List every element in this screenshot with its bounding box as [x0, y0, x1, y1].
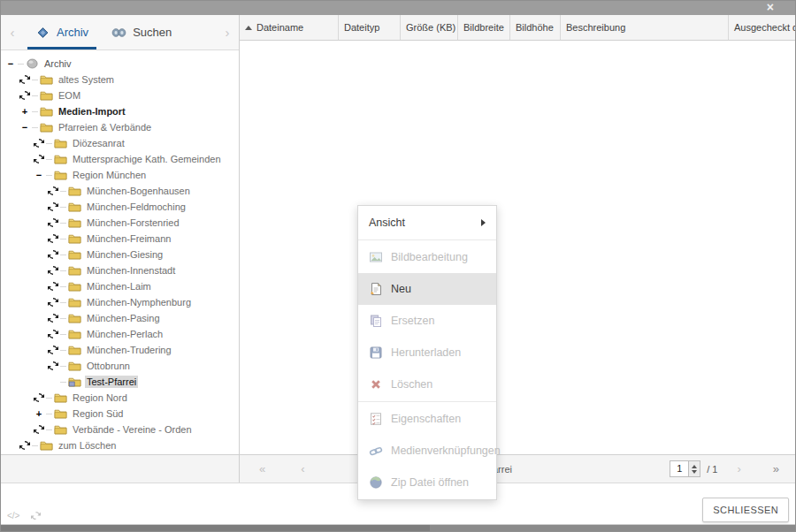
tree-item-m-nchen-freimann[interactable]: München-Freimann	[1, 231, 239, 247]
folder-icon	[40, 74, 53, 85]
spinner-up-icon[interactable]	[692, 465, 697, 468]
tree-refresh-icon[interactable]	[48, 217, 58, 228]
menu-item-ansicht[interactable]: Ansicht	[358, 207, 496, 239]
tree-item-label: München-Bogenhausen	[85, 185, 192, 197]
tree-collapse-icon[interactable]: −	[5, 58, 16, 69]
folder-icon	[68, 186, 81, 196]
tree-item-m-nchen-forstenried[interactable]: München-Forstenried	[1, 215, 239, 231]
tree-item-muttersprachige-kath-gemeinden[interactable]: Muttersprachige Kath. Gemeinden	[1, 151, 239, 167]
media-archive-dialog: × ‹ Archiv	[0, 0, 796, 532]
tree-refresh-icon[interactable]	[34, 424, 44, 435]
tree-refresh-icon[interactable]	[19, 440, 30, 451]
column-header-dateityp[interactable]: Dateityp	[339, 15, 401, 40]
search-tab-icon	[111, 27, 126, 39]
tab-archiv[interactable]: Archiv	[24, 15, 100, 49]
last-page-icon[interactable]: »	[773, 462, 779, 475]
column-header-bildbreite[interactable]: Bildbreite	[458, 15, 510, 40]
spinner-down-icon[interactable]	[692, 470, 697, 474]
tree-item-label: Pfarreien & Verbände	[57, 121, 153, 133]
tree-refresh-icon[interactable]	[48, 265, 58, 276]
tree-refresh-icon[interactable]	[48, 297, 58, 308]
tree-item-m-nchen-innenstadt[interactable]: München-Innenstadt	[1, 262, 239, 278]
page-number-input[interactable]: 1	[670, 460, 689, 477]
tree-connector-line	[46, 429, 52, 430]
tree-item-region-s-d[interactable]: +Region Süd	[1, 406, 239, 422]
close-icon[interactable]: ×	[767, 1, 774, 15]
tree-item-zum-l-schen[interactable]: zum Löschen	[1, 437, 239, 453]
tree-refresh-icon[interactable]	[34, 154, 44, 164]
menu-item-l-schen: Löschen	[358, 369, 496, 400]
tree-refresh-icon[interactable]	[48, 186, 58, 196]
tree-connector-line	[60, 318, 66, 319]
tree-item-archiv[interactable]: −Archiv	[1, 56, 239, 72]
tree-refresh-icon[interactable]	[34, 392, 44, 403]
tree-item-region-nord[interactable]: Region Nord	[1, 390, 239, 406]
tab-scroll-right-icon[interactable]: ›	[216, 25, 239, 40]
tree-refresh-icon[interactable]	[34, 138, 44, 148]
folder-badge-icon	[68, 376, 81, 387]
first-page-icon[interactable]: «	[259, 462, 265, 475]
tree-item-altes-system[interactable]: altes System	[1, 72, 239, 87]
titlebar: ×	[1, 1, 795, 15]
menu-item-label: Löschen	[391, 378, 486, 391]
next-page-icon[interactable]: ›	[737, 462, 740, 475]
tree-connector-line	[60, 270, 66, 271]
tree-item-m-nchen-pasing[interactable]: München-Pasing	[1, 310, 239, 326]
column-header-beschreibung[interactable]: Beschreibung	[561, 15, 729, 40]
menu-item-label: Medienverknüpfungen	[391, 445, 501, 457]
tree-refresh-icon[interactable]	[48, 345, 58, 355]
tree-item-test-pfarrei[interactable]: Test-Pfarrei	[1, 374, 239, 390]
tree-connector-line	[46, 414, 52, 414]
folder-icon	[54, 138, 67, 148]
tree-expand-icon[interactable]: +	[19, 106, 30, 117]
tree-refresh-icon[interactable]	[48, 329, 58, 339]
menu-item-neu[interactable]: Neu	[358, 273, 496, 305]
tree-collapse-icon[interactable]: −	[34, 170, 44, 180]
tree-item-m-nchen-perlach[interactable]: München-Perlach	[1, 326, 239, 342]
tree-refresh-icon[interactable]	[48, 233, 58, 244]
tree-item-di-zesanrat[interactable]: Diözesanrat	[1, 135, 239, 151]
tree-collapse-icon[interactable]: −	[19, 122, 30, 133]
tree-connector-line	[60, 366, 66, 367]
folder-icon	[68, 361, 81, 371]
tree-item-label: EOM	[57, 89, 82, 102]
schliessen-button[interactable]: SCHLIESSEN	[702, 498, 789, 522]
tree-refresh-icon[interactable]	[48, 281, 58, 292]
tab-scroll-left-icon[interactable]: ‹	[1, 25, 24, 40]
column-header-bildh-he[interactable]: Bildhöhe	[510, 15, 561, 40]
tree-item-m-nchen-laim[interactable]: München-Laim	[1, 278, 239, 294]
column-header-ausgecheckt-du[interactable]: Ausgecheckt du	[729, 15, 796, 40]
grid-body-empty[interactable]	[240, 41, 795, 454]
tree-item-eom[interactable]: EOM	[1, 87, 239, 103]
tree-item-label: München-Giesing	[85, 248, 165, 261]
tree-connector-line	[60, 239, 66, 239]
tree-item-m-nchen-feldmoching[interactable]: München-Feldmoching	[1, 199, 239, 215]
tree-item-pfarreien-verb-nde[interactable]: −Pfarreien & Verbände	[1, 119, 239, 135]
page-spinner[interactable]	[689, 460, 700, 477]
tree-item-label: München-Nymphenburg	[85, 296, 193, 308]
tree-item-m-nchen-nymphenburg[interactable]: München-Nymphenburg	[1, 294, 239, 310]
tree-item-m-nchen-bogenhausen[interactable]: München-Bogenhausen	[1, 183, 239, 199]
tree-item-medien-import[interactable]: +Medien-Import	[1, 103, 239, 119]
tree-refresh-icon[interactable]	[48, 201, 58, 212]
tree-expand-icon[interactable]: +	[34, 408, 44, 419]
tree-item-label: München-Freimann	[85, 232, 172, 245]
folder-icon	[40, 106, 53, 117]
tree-refresh-icon[interactable]	[48, 361, 58, 371]
tree-item-ottobrunn[interactable]: Ottobrunn	[1, 358, 239, 374]
tree-refresh-icon[interactable]	[48, 249, 58, 260]
tree-item-region-m-nchen[interactable]: −Region München	[1, 167, 239, 183]
tree-refresh-icon[interactable]	[19, 90, 30, 101]
tree-item-m-nchen-giesing[interactable]: München-Giesing	[1, 247, 239, 262]
column-header-gr-e-kb[interactable]: Größe (KB)	[401, 15, 458, 40]
folder-icon	[68, 313, 81, 323]
tree-refresh-icon[interactable]	[19, 74, 30, 85]
tree-item-m-nchen-trudering[interactable]: München-Trudering	[1, 342, 239, 358]
submenu-arrow-icon	[481, 219, 486, 226]
tree-refresh-icon[interactable]	[48, 313, 58, 323]
tab-suchen[interactable]: Suchen	[100, 15, 183, 49]
tree-item-label: Test-Pfarrei	[85, 376, 138, 388]
tree-connector-line	[32, 445, 38, 446]
column-header-dateiname[interactable]: Dateiname	[240, 15, 339, 40]
tree-item-verb-nde-vereine-orden[interactable]: Verbände - Vereine - Orden	[1, 422, 239, 437]
